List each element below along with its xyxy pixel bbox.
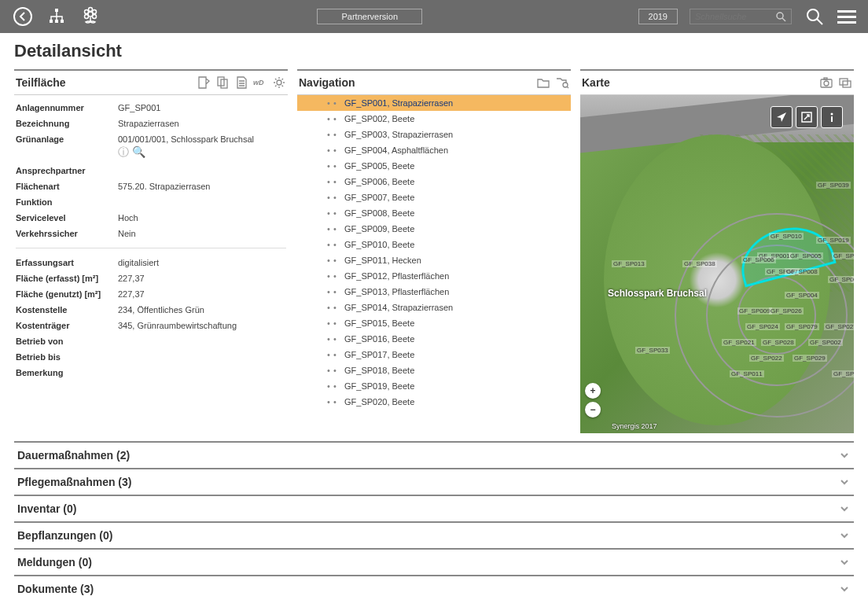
search-input[interactable]: [695, 12, 775, 21]
svg-rect-3: [55, 20, 58, 23]
flower-icon[interactable]: [79, 6, 101, 28]
map-feature-label[interactable]: GF_SP030: [832, 370, 854, 377]
detail-label: Fläche (genutzt) [m²]: [16, 289, 118, 299]
svg-rect-1: [55, 9, 58, 12]
map-feature-label[interactable]: GF_SP029: [793, 355, 827, 362]
svg-rect-22: [843, 81, 851, 87]
detail-row: Fläche (genutzt) [m²]227,37: [16, 286, 286, 302]
nav-item[interactable]: GF_SP013, Pflasterflächen: [297, 284, 571, 300]
info-icon[interactable]: ⓘ: [118, 145, 129, 158]
map-feature-label[interactable]: GF_SP018: [851, 276, 854, 283]
map-locate-button[interactable]: [771, 106, 793, 128]
nav-item[interactable]: GF_SP014, Strapazierrasen: [297, 300, 571, 315]
map-feature-label[interactable]: GF_SP027: [824, 323, 854, 330]
map-zoom-out[interactable]: −: [585, 402, 601, 418]
nav-item[interactable]: GF_SP020, Beete: [297, 394, 571, 410]
svg-text:wD: wD: [253, 79, 264, 86]
menu-button[interactable]: [837, 10, 856, 24]
detail-label: Bezeichnung: [16, 119, 118, 128]
nav-item[interactable]: GF_SP019, Beete: [297, 378, 571, 394]
nav-item[interactable]: GF_SP011, Hecken: [297, 252, 571, 268]
nav-item[interactable]: GF_SP003, Strapazierrasen: [297, 127, 571, 142]
nav-item[interactable]: GF_SP001, Strapazierrasen: [297, 95, 571, 111]
advanced-search-icon[interactable]: [804, 6, 826, 28]
map-feature-label[interactable]: GF_SP017: [828, 276, 854, 283]
network-icon[interactable]: [46, 6, 68, 28]
quick-search[interactable]: [690, 9, 792, 24]
gear-icon[interactable]: [272, 75, 286, 90]
map-feature-label[interactable]: GF_SP079: [785, 323, 819, 330]
map-viewport[interactable]: GF_SP039GF_SP010GF_SP019GF_SP001GF_SP005…: [580, 95, 854, 433]
map-feature-label[interactable]: GF_SP015: [832, 252, 854, 259]
detail-value: [118, 197, 286, 207]
svg-point-16: [277, 80, 281, 85]
accordion-section[interactable]: Pflegemaßnahmen (3): [14, 468, 854, 495]
document-icon[interactable]: [234, 75, 248, 90]
detail-label: Fläche (erfasst) [m²]: [16, 274, 118, 283]
map-feature-label[interactable]: GF_SP010: [769, 233, 804, 240]
svg-rect-2: [50, 20, 53, 23]
detail-row: BezeichnungStrapazierrasen: [16, 116, 286, 131]
map-feature-label[interactable]: GF_SP006: [741, 256, 776, 263]
nav-item[interactable]: GF_SP005, Beete: [297, 158, 571, 174]
accordion-section[interactable]: Meldungen (0): [14, 548, 854, 575]
map-feature-label[interactable]: GF_SP024: [745, 323, 780, 330]
camera-icon[interactable]: [819, 75, 833, 90]
map-feature-label[interactable]: GF_SP038: [682, 260, 717, 267]
map-feature-label[interactable]: GF_SP026: [769, 307, 804, 315]
nav-item[interactable]: GF_SP009, Beete: [297, 221, 571, 237]
folder-search-icon[interactable]: [555, 75, 569, 90]
accordion-section[interactable]: Bepflanzungen (0): [14, 521, 854, 548]
map-feature-label[interactable]: GF_SP022: [749, 355, 784, 362]
accordion-section[interactable]: Dauermaßnahmen (2): [14, 441, 854, 468]
svg-rect-21: [840, 79, 848, 85]
map-feature-label[interactable]: GF_SP004: [785, 292, 819, 299]
copy-icon[interactable]: [215, 75, 230, 90]
map-feature-label[interactable]: GF_SP039: [816, 182, 851, 189]
nav-item[interactable]: GF_SP012, Pflasterflächen: [297, 268, 571, 284]
map-extent-button[interactable]: [796, 106, 818, 128]
lookup-icon[interactable]: 🔍: [132, 145, 145, 158]
svg-point-9: [85, 15, 89, 19]
map-feature-label[interactable]: GF_SP013: [612, 260, 646, 267]
search-icon[interactable]: [775, 11, 786, 22]
detail-row: Betrieb von: [16, 333, 286, 349]
accordion-section[interactable]: Inventar (0): [14, 495, 854, 521]
nav-item[interactable]: GF_SP007, Beete: [297, 189, 571, 205]
version-pill[interactable]: Partnerversion: [317, 9, 422, 24]
wd-icon[interactable]: wD: [253, 75, 267, 90]
detail-value: [118, 337, 286, 346]
back-button[interactable]: [12, 6, 34, 28]
map-feature-label[interactable]: GF_SP002: [808, 339, 843, 346]
svg-rect-4: [61, 20, 64, 23]
detail-value: Strapazierrasen: [118, 119, 286, 128]
map-feature-label[interactable]: GF_SP019: [816, 237, 851, 244]
nav-item[interactable]: GF_SP004, Asphaltflächen: [297, 142, 571, 158]
folder-icon[interactable]: [536, 75, 550, 90]
detail-value: [118, 368, 286, 377]
map-info-button[interactable]: [821, 106, 843, 128]
map-feature-label[interactable]: GF_SP033: [635, 347, 670, 354]
nav-item[interactable]: GF_SP018, Beete: [297, 362, 571, 378]
nav-item[interactable]: GF_SP010, Beete: [297, 237, 571, 252]
map-feature-label[interactable]: GF_SP008: [785, 268, 819, 275]
detail-row: Kostenträger345, Grünraumbewirtschaftung: [16, 318, 286, 333]
map-feature-label[interactable]: GF_SP028: [761, 339, 796, 346]
map-zoom-in[interactable]: +: [585, 383, 601, 399]
map-feature-label[interactable]: GF_SP009: [737, 307, 772, 315]
nav-item[interactable]: GF_SP008, Beete: [297, 205, 571, 221]
nav-item[interactable]: GF_SP015, Beete: [297, 315, 571, 331]
nav-item[interactable]: GF_SP006, Beete: [297, 174, 571, 189]
nav-item[interactable]: GF_SP017, Beete: [297, 347, 571, 362]
svg-rect-25: [831, 116, 833, 122]
year-selector[interactable]: 2019: [638, 9, 678, 24]
detail-row: Bemerkung: [16, 365, 286, 381]
nav-item[interactable]: GF_SP002, Beete: [297, 111, 571, 127]
map-feature-label[interactable]: GF_SP021: [722, 339, 756, 346]
nav-item[interactable]: GF_SP016, Beete: [297, 331, 571, 347]
accordion-section[interactable]: Dokumente (3): [14, 575, 854, 596]
layers-icon[interactable]: [838, 75, 852, 90]
map-feature-label[interactable]: GF_SP005: [789, 252, 823, 259]
edit-icon[interactable]: [197, 75, 211, 90]
map-feature-label[interactable]: GF_SP011: [730, 370, 764, 377]
